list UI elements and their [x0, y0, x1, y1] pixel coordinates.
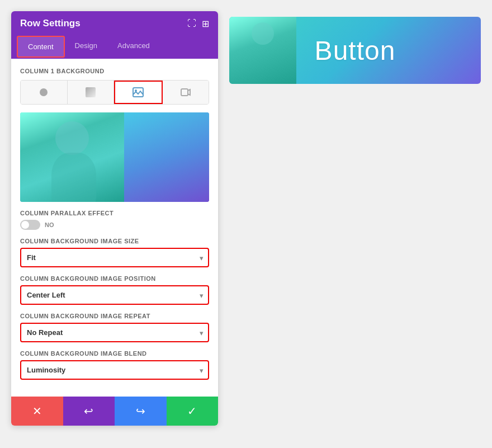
cancel-button[interactable]: ✕	[11, 397, 63, 426]
header-icons: ⛶ ⊞	[187, 18, 209, 29]
tab-bar: Content Design Advanced	[11, 36, 218, 59]
confirm-button[interactable]: ✓	[167, 397, 219, 426]
bg-gradient-btn[interactable]	[68, 81, 115, 104]
panel-header: Row Settings ⛶ ⊞	[11, 11, 218, 36]
repeat-select-wrapper: No Repeat Repeat Repeat X Repeat Y Space…	[20, 323, 209, 342]
svg-point-0	[40, 88, 48, 96]
preview-photo	[20, 112, 124, 202]
bg-image-btn[interactable]	[114, 81, 163, 104]
tab-content[interactable]: Content	[17, 36, 65, 58]
parallax-label: Column Parallax Effect	[20, 210, 209, 216]
panel-title: Row Settings	[20, 18, 81, 29]
resize-icon[interactable]: ⛶	[187, 18, 196, 29]
parallax-toggle[interactable]	[20, 220, 40, 230]
repeat-label: Column Background Image Repeat	[20, 313, 209, 319]
blend-select-wrapper: Normal Multiply Screen Overlay Darken Li…	[20, 360, 209, 380]
parallax-value: NO	[45, 221, 54, 228]
settings-panel: Row Settings ⛶ ⊞ Content Design Advanced…	[11, 11, 218, 426]
preview-gradient	[124, 112, 209, 202]
redo-button[interactable]: ↪	[115, 397, 167, 426]
preview-left-image	[229, 17, 296, 84]
position-label: Column Background Image Position	[20, 275, 209, 282]
right-preview: Button	[229, 11, 481, 84]
panel-footer: ✕ ↩ ↪ ✓	[11, 397, 218, 426]
blend-label: Column Background Image Blend	[20, 350, 209, 357]
size-field: Column Background Image Size Cover Fit S…	[20, 238, 209, 267]
undo-button[interactable]: ↩	[63, 397, 115, 426]
bg-color-btn[interactable]	[21, 81, 68, 104]
panel-body: Column 1 Background	[11, 59, 218, 397]
tab-advanced[interactable]: Advanced	[107, 36, 160, 59]
position-field: Column Background Image Position Top Lef…	[20, 275, 209, 305]
parallax-field: Column Parallax Effect NO	[20, 210, 209, 230]
bg-video-btn[interactable]	[163, 81, 209, 104]
position-select[interactable]: Top Left Top Center Top Right Center Lef…	[20, 285, 209, 305]
repeat-field: Column Background Image Repeat No Repeat…	[20, 313, 209, 342]
position-select-wrapper: Top Left Top Center Top Right Center Lef…	[20, 285, 209, 305]
preview-container: Button	[229, 17, 481, 84]
columns-icon[interactable]: ⊞	[202, 18, 209, 29]
blend-field: Column Background Image Blend Normal Mul…	[20, 350, 209, 380]
preview-button-label[interactable]: Button	[315, 35, 396, 66]
bg-type-selector	[20, 80, 209, 105]
size-label: Column Background Image Size	[20, 238, 209, 244]
tab-design[interactable]: Design	[65, 36, 107, 59]
size-select[interactable]: Cover Fit Stretch Tile Initial	[20, 248, 209, 267]
size-select-wrapper: Cover Fit Stretch Tile Initial	[20, 248, 209, 267]
svg-rect-4	[181, 89, 188, 96]
image-preview	[20, 112, 209, 202]
column-background-label: Column 1 Background	[20, 68, 209, 74]
svg-rect-1	[86, 87, 96, 97]
parallax-toggle-row: NO	[20, 220, 209, 230]
blend-select[interactable]: Normal Multiply Screen Overlay Darken Li…	[20, 360, 209, 380]
repeat-select[interactable]: No Repeat Repeat Repeat X Repeat Y Space…	[20, 323, 209, 342]
